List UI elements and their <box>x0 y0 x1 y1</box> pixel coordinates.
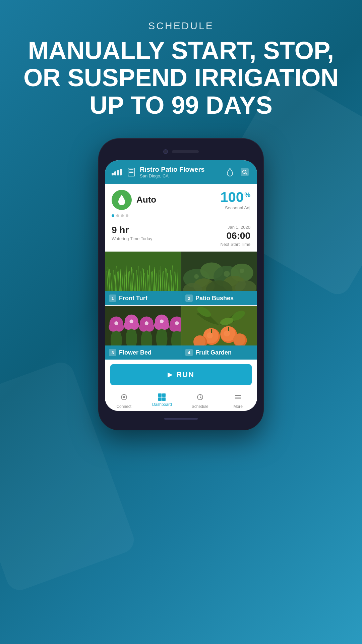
nav-schedule-label: Schedule <box>192 404 208 409</box>
svg-point-89 <box>129 320 133 323</box>
watering-time-stat: 9 hr Watering Time Today <box>105 220 181 252</box>
seasonal-label: Seasonal Adj <box>220 205 250 210</box>
phone-outer: Ristro Patio Flowers San Diego, CA <box>99 139 263 430</box>
doc-icon <box>128 168 135 176</box>
dot-1 <box>112 214 114 217</box>
next-time: 06:00 <box>188 230 251 241</box>
zone-card-1[interactable]: 1 Front Turf <box>105 252 181 305</box>
zone-1-number: 1 <box>109 294 116 302</box>
zone-3-number: 3 <box>109 349 116 356</box>
play-icon: ▶ <box>168 371 173 378</box>
header-icons <box>224 166 250 178</box>
search-icon[interactable] <box>239 166 250 178</box>
next-start-stat: Jan 1, 2020 06:00 Next Start Time <box>181 220 257 252</box>
watering-time-value: 9 hr <box>112 225 174 235</box>
header-text: Ristro Patio Flowers San Diego, CA <box>140 166 220 178</box>
nav-more[interactable]: More <box>219 393 257 409</box>
svg-point-99 <box>207 332 213 338</box>
zone-4-label-bar: 4 Fruit Garden <box>181 345 257 360</box>
svg-point-64 <box>194 274 199 279</box>
zone-1-label-bar: 1 Front Turf <box>105 291 181 305</box>
phone-mockup: Ristro Patio Flowers San Diego, CA <box>0 139 362 430</box>
auto-left: Auto <box>112 190 156 210</box>
run-label: RUN <box>176 370 194 379</box>
zone-2-number: 2 <box>185 294 193 302</box>
svg-point-90 <box>145 321 148 325</box>
svg-point-91 <box>160 320 164 323</box>
schedule-icon <box>196 393 204 403</box>
page-title: MANUALLY START, STOP, OR SUSPEND IRRIGAT… <box>20 37 342 119</box>
nav-dashboard[interactable]: Dashboard <box>143 393 181 409</box>
zone-2-name: Patio Bushes <box>195 295 234 302</box>
nav-connect[interactable]: Connect <box>105 393 143 409</box>
seasonal-percentage: 100 % <box>220 189 250 205</box>
stats-row: 9 hr Watering Time Today Jan 1, 2020 06:… <box>105 220 257 252</box>
zone-3-name: Flower Bed <box>119 349 152 356</box>
water-drop-icon[interactable] <box>224 166 236 178</box>
auto-section: Auto 100 % Seasonal Adj <box>105 184 257 214</box>
connect-icon <box>120 393 128 403</box>
app-name: Ristro Patio Flowers <box>140 166 220 173</box>
svg-point-88 <box>114 321 118 325</box>
app-location: San Diego, CA <box>140 173 220 178</box>
camera-dot <box>163 149 168 154</box>
svg-rect-0 <box>241 168 249 176</box>
auto-mode-icon <box>112 190 132 210</box>
phone-home-indicator <box>105 414 257 424</box>
run-button[interactable]: ▶ RUN <box>110 364 252 385</box>
next-date: Jan 1, 2020 <box>188 225 251 230</box>
page-dots <box>105 214 257 217</box>
dot-4 <box>126 214 128 217</box>
mode-label: Auto <box>136 195 156 205</box>
watering-time-label: Watering Time Today <box>112 236 174 241</box>
zone-4-name: Fruit Garden <box>195 349 232 356</box>
nav-dashboard-label: Dashboard <box>152 402 172 407</box>
home-bar <box>164 418 198 420</box>
svg-point-106 <box>233 333 245 345</box>
dashboard-icon <box>158 393 166 401</box>
svg-point-66 <box>240 269 244 273</box>
more-icon <box>234 393 242 403</box>
auto-right: 100 % Seasonal Adj <box>220 189 250 210</box>
bottom-nav: Connect Dashboard <box>105 390 257 411</box>
zone-card-4[interactable]: 4 Fruit Garden <box>181 306 257 360</box>
zones-grid: 1 Front Turf <box>105 252 257 360</box>
svg-point-110 <box>123 396 125 398</box>
zone-card-3[interactable]: 3 Flower Bed <box>105 306 181 360</box>
nav-connect-label: Connect <box>116 404 131 409</box>
svg-line-113 <box>200 397 201 398</box>
pct-symbol: % <box>244 191 250 199</box>
zone-4-number: 4 <box>185 349 193 356</box>
signal-icon <box>112 169 122 175</box>
page-header-section: SCHEDULE MANUALLY START, STOP, OR SUSPEN… <box>0 0 362 129</box>
zone-3-label-bar: 3 Flower Bed <box>105 345 181 360</box>
app-header: Ristro Patio Flowers San Diego, CA <box>105 160 257 184</box>
speaker-bar <box>172 150 199 153</box>
nav-schedule[interactable]: Schedule <box>181 393 219 409</box>
phone-screen: Ristro Patio Flowers San Diego, CA <box>105 160 257 411</box>
svg-point-92 <box>175 321 179 325</box>
zone-2-label-bar: 2 Patio Bushes <box>181 291 257 305</box>
nav-more-label: More <box>234 404 243 409</box>
svg-point-65 <box>224 271 230 277</box>
page-subtitle: SCHEDULE <box>20 20 342 32</box>
dot-2 <box>116 214 119 217</box>
run-section: ▶ RUN <box>105 360 257 390</box>
svg-point-102 <box>224 330 230 336</box>
app-content: Auto 100 % Seasonal Adj <box>105 184 257 411</box>
phone-notch <box>105 145 257 158</box>
next-start-label: Next Start Time <box>188 242 251 247</box>
zone-1-name: Front Turf <box>119 295 147 302</box>
dot-3 <box>121 214 124 217</box>
zone-card-2[interactable]: 2 Patio Bushes <box>181 252 257 305</box>
